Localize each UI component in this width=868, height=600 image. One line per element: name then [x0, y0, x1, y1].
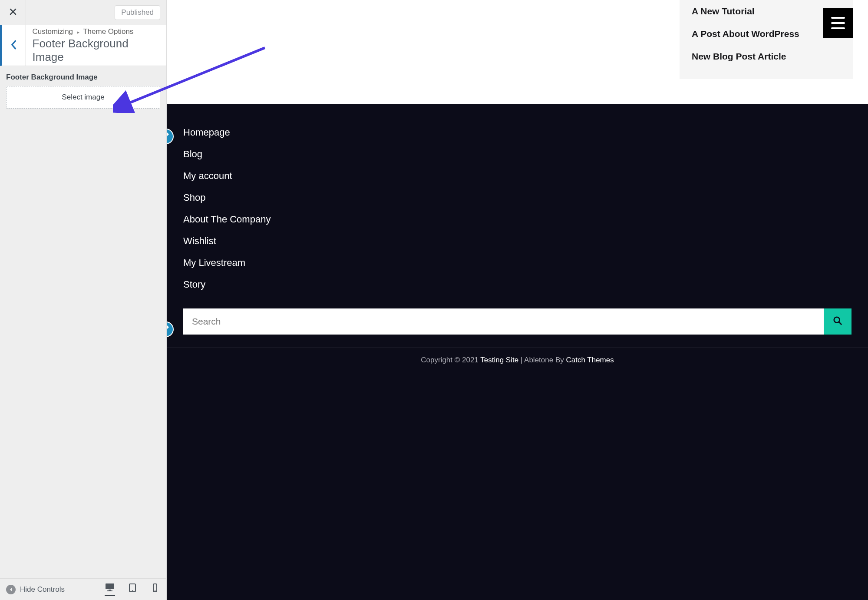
footer-nav-item[interactable]: Blog [183, 143, 851, 165]
copyright-bar: Copyright © 2021 Testing Site | Abletone… [167, 348, 868, 368]
footer-nav-item[interactable]: Homepage [183, 122, 851, 143]
footer-nav-item[interactable]: Wishlist [183, 230, 851, 252]
panel-header: Customizing ▸ Theme Options Footer Backg… [0, 25, 166, 66]
svg-rect-2 [107, 590, 112, 591]
back-button[interactable] [2, 25, 26, 66]
close-icon [10, 7, 17, 17]
panel-body: Footer Background Image Select image [0, 66, 166, 578]
edit-shortcut-nav[interactable] [167, 129, 174, 144]
tablet-icon [127, 583, 138, 594]
device-tablet-button[interactable] [127, 583, 138, 596]
search-icon [833, 316, 842, 327]
sidebar-footer: Hide Controls [0, 578, 166, 600]
sidebar-top-bar: Published [0, 0, 166, 25]
edit-shortcut-search[interactable] [167, 322, 174, 337]
footer-search [183, 308, 851, 335]
svg-point-6 [155, 590, 155, 591]
search-input[interactable] [183, 308, 824, 335]
panel-title: Footer Background Image [33, 37, 159, 64]
hamburger-icon [831, 17, 845, 29]
panel-title-group: Customizing ▸ Theme Options Footer Backg… [26, 25, 166, 66]
pencil-icon [167, 132, 169, 141]
pencil-icon [167, 325, 169, 334]
footer-nav-item[interactable]: Story [183, 274, 851, 295]
footer-nav-item[interactable]: About The Company [183, 209, 851, 230]
copyright-prefix: Copyright © 2021 [421, 356, 480, 364]
footer-nav-item[interactable]: My account [183, 165, 851, 187]
mobile-icon [150, 583, 160, 594]
mobile-menu-toggle[interactable] [823, 8, 853, 38]
breadcrumb-section: Theme Options [83, 27, 133, 36]
breadcrumb-root: Customizing [33, 27, 73, 36]
chevron-left-icon [10, 40, 17, 51]
copyright-author-link[interactable]: Catch Themes [566, 356, 614, 364]
svg-line-8 [839, 322, 842, 325]
desktop-icon [105, 583, 115, 593]
svg-rect-0 [106, 583, 114, 589]
svg-rect-1 [109, 590, 111, 590]
copyright-site-link[interactable]: Testing Site [480, 356, 518, 364]
footer-nav-item[interactable]: My Livestream [183, 252, 851, 274]
collapse-left-icon [6, 585, 16, 594]
publish-status-button[interactable]: Published [115, 5, 160, 20]
hide-controls-label: Hide Controls [20, 585, 65, 594]
site-preview: A New Tutorial A Post About WordPress Ne… [167, 0, 868, 600]
search-submit-button[interactable] [824, 308, 851, 335]
recent-post-link[interactable]: New Blog Post Article [692, 45, 841, 68]
device-preview-toggle [105, 583, 160, 596]
device-mobile-button[interactable] [150, 583, 160, 596]
footer-navigation: Homepage Blog My account Shop About The … [183, 122, 851, 295]
hide-controls-button[interactable]: Hide Controls [6, 585, 65, 594]
recent-post-link[interactable]: A New Tutorial [692, 0, 841, 23]
breadcrumb: Customizing ▸ Theme Options [33, 27, 159, 36]
control-label-footer-bg: Footer Background Image [6, 73, 160, 82]
copyright-mid: | Abletone By [518, 356, 566, 364]
site-footer: Homepage Blog My account Shop About The … [167, 104, 868, 600]
breadcrumb-separator-icon: ▸ [77, 29, 79, 35]
sidebar-top-actions: Published [26, 5, 166, 20]
recent-post-link[interactable]: A Post About WordPress [692, 23, 841, 45]
footer-nav-item[interactable]: Shop [183, 187, 851, 209]
preview-top-area: A New Tutorial A Post About WordPress Ne… [167, 0, 868, 104]
svg-point-4 [132, 590, 133, 591]
select-image-button[interactable]: Select image [6, 86, 160, 109]
device-desktop-button[interactable] [105, 583, 115, 596]
customizer-sidebar: Published Customizing ▸ Theme Options Fo… [0, 0, 167, 600]
svg-point-7 [834, 317, 840, 323]
close-customizer-button[interactable] [0, 0, 26, 25]
